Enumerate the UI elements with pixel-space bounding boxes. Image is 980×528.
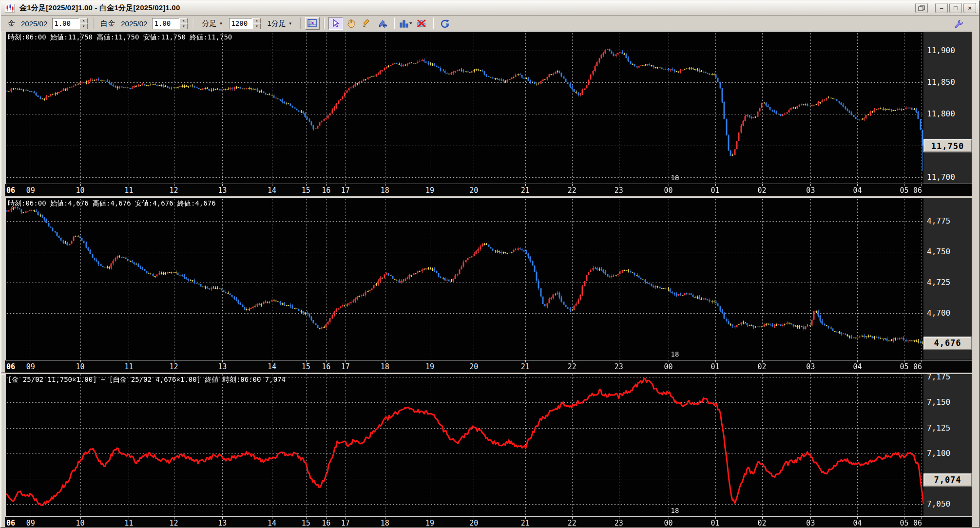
x-axis-tick: [669, 184, 669, 186]
x-axis-tick: [525, 517, 526, 519]
float-window-button[interactable]: [915, 3, 928, 13]
x-axis-label: 19: [425, 186, 434, 195]
x-axis-tick: [715, 517, 716, 519]
x-axis-label: 05: [900, 186, 908, 195]
gold-month-label: 2025/02: [21, 19, 47, 28]
x-axis-label: 03: [806, 186, 815, 195]
platinum-candle-chart[interactable]: [6, 198, 923, 360]
x-axis-label: 10: [76, 362, 84, 371]
x-axis-tick: [857, 517, 858, 519]
bar-type-dropdown[interactable]: 分足▼: [198, 17, 226, 30]
spin-up-button[interactable]: ▲: [179, 18, 188, 24]
x-axis-label: 06: [913, 519, 922, 528]
settings-button[interactable]: [951, 18, 966, 30]
x-axis-tick: [385, 517, 385, 519]
x-axis-label: 09: [26, 362, 35, 371]
spread-current-price-box: 7,074: [923, 473, 972, 487]
x-axis-label: 18: [381, 362, 389, 371]
platinum-multiplier-input[interactable]: [152, 18, 179, 29]
x-axis-label: 04: [853, 519, 862, 528]
x-axis-tick: [6, 360, 6, 362]
x-axis-label: 21: [521, 362, 530, 371]
x-axis-tick: [922, 517, 922, 519]
spread-plot-area: [金 25/02 11,750×1.00] − [白金 25/02 4,676×…: [6, 374, 923, 516]
close-button[interactable]: ×: [963, 3, 976, 13]
gold-multiplier-spinner: ▲ ▼: [52, 18, 88, 29]
x-axis-label: 04: [853, 186, 862, 195]
panel-resize-grip[interactable]: [1, 198, 5, 373]
x-axis-tick: [904, 184, 904, 186]
app-icon: [5, 4, 16, 13]
interval-dropdown[interactable]: 1分足▼: [264, 17, 295, 30]
y-axis-label: 11,900: [927, 46, 955, 55]
spin-down-button[interactable]: ▼: [252, 23, 261, 29]
x-axis-label: 17: [341, 362, 350, 371]
x-axis-tick: [326, 517, 327, 519]
x-axis-label: 12: [170, 362, 178, 371]
x-axis-label: 05: [900, 519, 908, 528]
x-axis-label: 11: [124, 519, 133, 528]
x-axis-tick: [6, 517, 6, 519]
x-axis-tick: [80, 184, 81, 186]
date-label: 18: [671, 174, 679, 182]
x-axis-label: 18: [381, 519, 389, 528]
x-axis-tick: [306, 517, 307, 519]
x-axis-tick: [129, 360, 129, 362]
x-axis-tick: [474, 517, 474, 519]
panel-resize-grip[interactable]: [1, 374, 5, 528]
titlebar[interactable]: 金1分足[2025/02]1.00 - 白金1分足[2025/02]1.00 –…: [1, 1, 979, 16]
date-label: 18: [671, 350, 679, 358]
spread-line-chart[interactable]: [6, 374, 923, 516]
x-axis-label: 20: [469, 362, 478, 371]
x-axis-label: 21: [521, 519, 530, 528]
date-label: 18: [671, 507, 679, 514]
refresh-button[interactable]: R: [438, 17, 452, 30]
wrench-icon: [954, 19, 963, 29]
x-axis-label: 15: [302, 362, 310, 371]
x-axis-label: 09: [26, 519, 35, 528]
x-axis-label: 18: [381, 186, 389, 195]
x-axis-label: 11: [124, 362, 133, 371]
x-axis-label: 20: [469, 519, 478, 528]
y-axis-label: 4,750: [927, 247, 950, 256]
x-axis-label: 16: [322, 362, 330, 371]
x-axis-label: 00: [664, 186, 673, 195]
spin-down-button[interactable]: ▼: [79, 23, 88, 29]
spin-up-button[interactable]: ▲: [252, 18, 261, 24]
gold-candle-chart[interactable]: [6, 32, 923, 184]
draw-tool-button[interactable]: [360, 17, 374, 30]
panel-resize-grip[interactable]: [1, 32, 5, 196]
x-axis-label: 13: [218, 186, 227, 195]
x-axis-label: 12: [170, 186, 178, 195]
remove-chart-button[interactable]: [414, 17, 429, 30]
x-axis-tick: [385, 184, 385, 186]
y-axis-label: 4,775: [927, 216, 950, 226]
x-axis-tick: [174, 184, 174, 186]
chart-cursor-tool-button[interactable]: [305, 17, 320, 30]
toolbar-separator: [324, 18, 325, 29]
chart-type-button[interactable]: [399, 17, 413, 30]
x-axis-tick: [272, 517, 272, 519]
gold-multiplier-input[interactable]: [52, 18, 79, 29]
select-tool-button[interactable]: [328, 17, 343, 30]
x-axis-tick: [619, 184, 619, 186]
x-axis-label: 14: [268, 186, 276, 195]
pan-tool-button[interactable]: [344, 17, 359, 30]
minimize-button[interactable]: –: [935, 3, 948, 13]
spin-down-button[interactable]: ▼: [179, 23, 188, 29]
x-axis-tick: [762, 517, 763, 519]
marker-tool-button[interactable]: [375, 17, 390, 30]
maximize-button[interactable]: □: [949, 3, 962, 13]
x-axis-tick: [31, 360, 31, 362]
x-axis-label: 23: [615, 362, 623, 371]
platinum-month-label: 2025/02: [121, 19, 147, 28]
x-axis-label: 21: [521, 186, 530, 195]
x-axis-tick: [174, 360, 174, 362]
x-axis-label: 06: [6, 519, 15, 528]
x-axis-tick: [430, 360, 430, 362]
platinum-label: 白金: [100, 19, 115, 28]
platinum-chart-info: 時刻:06:00 始値:4,676 高値:4,676 安値:4,676 終値:4…: [8, 199, 216, 208]
chevron-down-icon: ▼: [219, 21, 223, 26]
bar-count-input[interactable]: [229, 18, 252, 29]
spin-up-button[interactable]: ▲: [79, 18, 88, 24]
